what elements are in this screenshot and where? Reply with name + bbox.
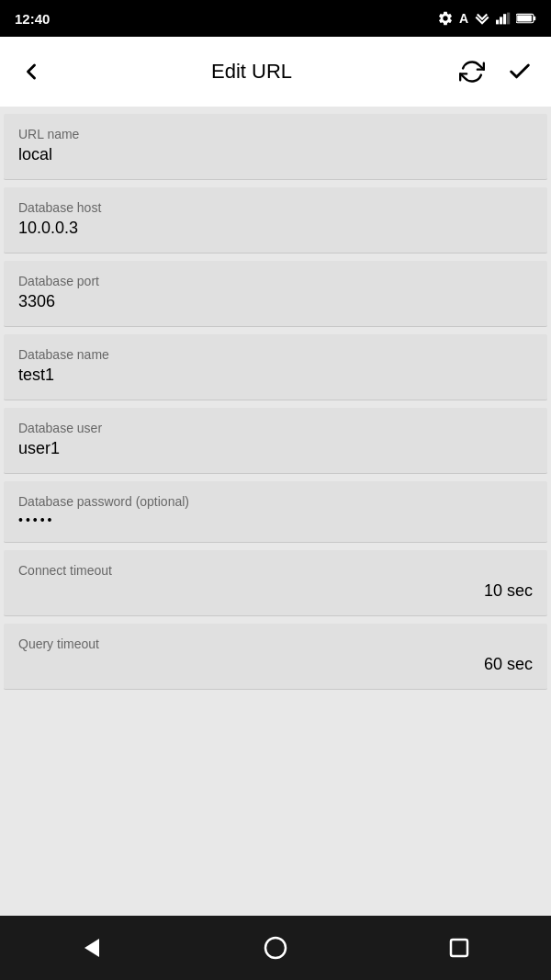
nav-back-button[interactable] (64, 928, 119, 968)
db-host-field[interactable]: Database host 10.0.0.3 (4, 187, 547, 253)
app-bar: Edit URL (0, 37, 551, 107)
db-password-field[interactable]: Database password (optional) ••••• (4, 481, 547, 543)
svg-rect-5 (507, 13, 510, 25)
query-timeout-value: 60 sec (18, 655, 533, 674)
db-host-label: Database host (18, 200, 533, 215)
connect-timeout-field[interactable]: Connect timeout 10 sec (4, 550, 547, 616)
app-bar-actions (452, 51, 540, 92)
status-bar: 12:40 A (0, 0, 551, 37)
a-icon: A (459, 11, 468, 26)
page-title: Edit URL (51, 60, 452, 84)
nav-home-button[interactable] (248, 928, 303, 968)
db-name-value: test1 (18, 366, 533, 385)
svg-rect-4 (503, 14, 506, 24)
refresh-button[interactable] (452, 51, 492, 92)
db-port-value: 3306 (18, 292, 533, 311)
status-time: 12:40 (15, 11, 50, 27)
db-name-label: Database name (18, 347, 533, 362)
connect-timeout-value: 10 sec (18, 581, 533, 601)
url-name-label: URL name (18, 127, 533, 141)
db-port-label: Database port (18, 274, 533, 288)
db-user-field[interactable]: Database user user1 (4, 408, 547, 474)
query-timeout-field[interactable]: Query timeout 60 sec (4, 624, 547, 690)
svg-rect-3 (500, 17, 502, 24)
svg-rect-7 (517, 15, 532, 21)
signal-icon (496, 12, 511, 25)
connect-timeout-label: Connect timeout (18, 563, 533, 578)
svg-rect-8 (534, 17, 535, 21)
back-button[interactable] (11, 51, 51, 92)
db-name-field[interactable]: Database name test1 (4, 334, 547, 400)
wifi-icon (474, 12, 490, 25)
db-password-value: ••••• (18, 513, 533, 527)
db-password-label: Database password (optional) (18, 494, 533, 509)
db-host-value: 10.0.0.3 (18, 219, 533, 238)
db-user-label: Database user (18, 421, 533, 435)
url-name-value: local (18, 145, 533, 164)
content-area: URL name local Database host 10.0.0.3 Da… (0, 107, 551, 916)
url-name-field[interactable]: URL name local (4, 114, 547, 180)
nav-bar (0, 916, 551, 980)
db-port-field[interactable]: Database port 3306 (4, 261, 547, 327)
nav-recent-button[interactable] (432, 928, 487, 968)
svg-marker-9 (84, 939, 99, 957)
query-timeout-label: Query timeout (18, 636, 533, 651)
confirm-button[interactable] (500, 51, 540, 92)
status-icons: A (437, 10, 536, 27)
svg-rect-2 (496, 20, 499, 25)
svg-point-10 (265, 938, 286, 958)
battery-icon (516, 12, 536, 25)
db-user-value: user1 (18, 439, 533, 458)
settings-icon (437, 10, 454, 27)
svg-rect-11 (451, 940, 467, 956)
